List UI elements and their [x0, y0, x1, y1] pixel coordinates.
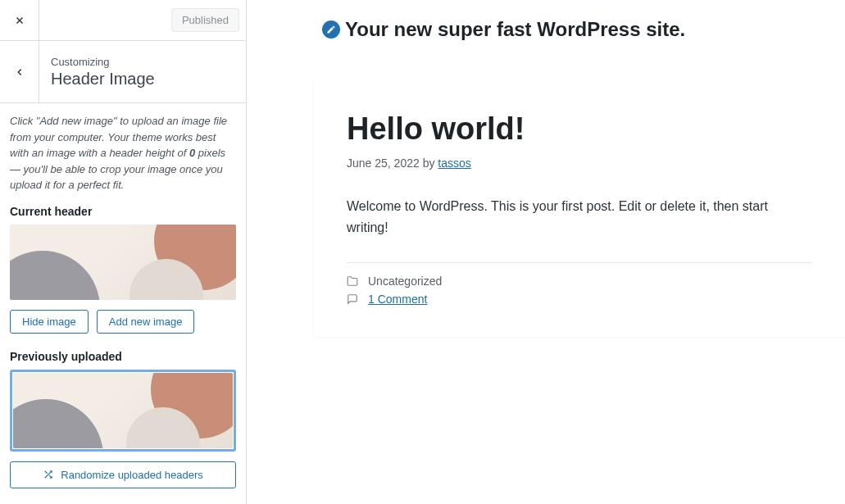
customizer-content: Click "Add new image" to upload an image… [0, 103, 246, 498]
post-body: Welcome to WordPress. This is your first… [347, 196, 812, 238]
comments-row: 1 Comment [347, 293, 812, 306]
post-title[interactable]: Hello world! [347, 111, 812, 147]
site-title[interactable]: Your new super fast WordPress site. [345, 18, 685, 41]
randomize-button[interactable]: Randomize uploaded headers [10, 461, 236, 488]
comments-icon [347, 293, 358, 305]
post-by-label: by [423, 157, 435, 170]
shuffle-icon [43, 469, 54, 480]
post-author-link[interactable]: tassos [438, 157, 470, 170]
section-title: Header Image [51, 70, 155, 89]
current-header-label: Current header [10, 205, 236, 218]
header-button-row: Hide image Add new image [10, 310, 236, 334]
customizer-sidebar: Published Customizing Header Image Click… [0, 0, 247, 504]
category-row: Uncategorized [347, 275, 812, 288]
edit-shortcut-button[interactable] [322, 20, 340, 39]
preview-site-header: Your new super fast WordPress site. [247, 0, 845, 59]
post-date: June 25, 2022 [347, 157, 420, 170]
previously-uploaded-label: Previously uploaded [10, 350, 236, 363]
add-new-image-button[interactable]: Add new image [97, 310, 195, 334]
publish-status: Published [171, 8, 239, 32]
post-footer: Uncategorized 1 Comment [347, 262, 812, 306]
section-header: Customizing Header Image [0, 41, 246, 103]
comments-link[interactable]: 1 Comment [368, 293, 427, 306]
post-meta: June 25, 2022 by tassos [347, 157, 812, 170]
helper-text: Click "Add new image" to upload an image… [10, 113, 236, 193]
hide-image-button[interactable]: Hide image [10, 310, 89, 334]
pencil-icon [326, 25, 336, 34]
close-icon [14, 15, 25, 26]
image-blob [10, 251, 100, 300]
current-header-image[interactable] [10, 225, 236, 300]
image-blob [13, 399, 103, 448]
customizer-topbar: Published [0, 0, 246, 41]
chevron-left-icon [14, 66, 25, 78]
category-link[interactable]: Uncategorized [368, 275, 442, 288]
previous-header-image [13, 373, 233, 448]
randomize-label: Randomize uploaded headers [61, 469, 202, 481]
back-button[interactable] [0, 41, 39, 102]
section-header-text: Customizing Header Image [39, 46, 166, 98]
previous-image-selected[interactable] [10, 370, 236, 452]
close-button[interactable] [0, 0, 39, 41]
post-card: Hello world! June 25, 2022 by tassos Wel… [314, 79, 845, 337]
customizing-label: Customizing [51, 56, 155, 68]
folder-icon [347, 275, 358, 287]
site-preview: Your new super fast WordPress site. Hell… [247, 0, 845, 504]
